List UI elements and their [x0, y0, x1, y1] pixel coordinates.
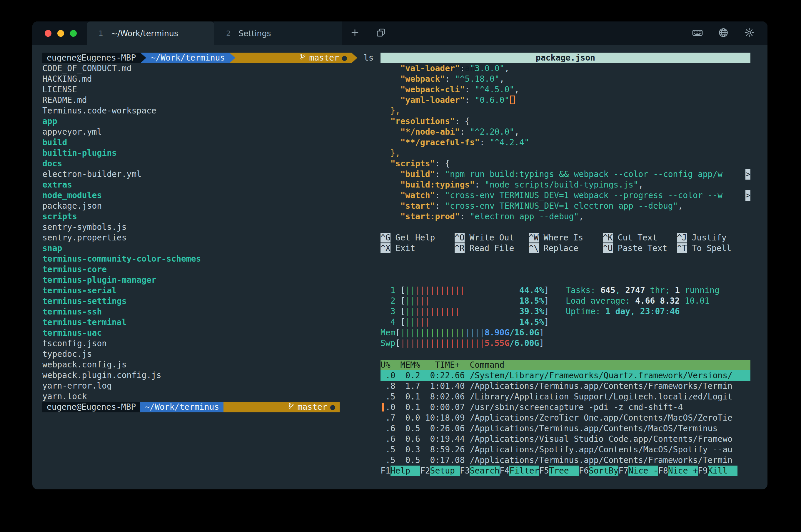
file-entry: terminus-community-color-schemes: [42, 254, 380, 264]
terminal-line: "build": "npm run build:typings && webpa…: [380, 169, 750, 179]
process-row: .6 0.6 0:19.44 /Applications/Visual Stud…: [380, 434, 750, 444]
file-entry: sentry-symbols.js: [42, 222, 380, 232]
prompt-user: eugene@Eugenes-MBP: [42, 402, 140, 412]
nano-shortcut: ^G Get Help: [380, 232, 454, 243]
system-stats: Tasks: 645, 2747 thr; 1 runningLoad aver…: [566, 285, 750, 348]
file-entry: yarn.lock: [42, 391, 380, 402]
gear-icon: [744, 27, 755, 39]
terminal-line: 2 [||||| 18.5%]: [380, 296, 566, 306]
process-row: .8 1.7 1:01.40 /Applications/Terminus.ap…: [380, 381, 750, 392]
right-pane[interactable]: GNU nano 4.5 package.json "val-loader": …: [380, 45, 750, 476]
prompt-git-segment: master●: [223, 402, 339, 412]
fkey-f8: F8Nice +: [658, 466, 698, 476]
shell-prompt: eugene@Eugenes-MBP ~/Work/terminus maste…: [42, 402, 380, 412]
terminal-content: eugene@Eugenes-MBP ~/Work/terminus maste…: [32, 45, 767, 489]
file-entry: LICENSE: [42, 84, 380, 95]
shell-prompt: eugene@Eugenes-MBP ~/Work/terminus maste…: [42, 53, 380, 63]
nano-shortcut: ^J Justify: [677, 232, 751, 243]
tab-index: 2: [226, 29, 231, 38]
traffic-lights: [32, 21, 87, 45]
terminal-line: "yaml-loader": "0.6.0": [380, 95, 750, 106]
terminal-line: "val-loader": "3.0.0",: [380, 63, 750, 74]
terminal-line: },: [380, 148, 750, 158]
file-entry: app: [42, 116, 380, 127]
tab-label: ~/Work/terminus: [111, 29, 178, 38]
nano-shortcut: ^R Read File: [454, 243, 529, 254]
zoom-button[interactable]: [70, 30, 77, 37]
nano-shortcut: ^T To Spell: [677, 243, 751, 254]
globe-icon: [718, 27, 729, 39]
keyboard-shortcuts-button[interactable]: [685, 21, 710, 45]
close-button[interactable]: [45, 30, 52, 37]
language-button[interactable]: [710, 21, 736, 45]
file-entry: build: [42, 137, 380, 148]
nano-shortcuts-row1: ^G Get Help^O Write Out^W Where Is^K Cut…: [380, 232, 750, 243]
process-row: .6 0.5 0:26.06 /Applications/Terminus.ap…: [380, 423, 750, 434]
file-entry: CODE_OF_CONDUCT.md: [42, 63, 380, 74]
tab-label: Settings: [239, 29, 271, 38]
nano-shortcuts-row2: ^X Exit^R Read File^\ Replace^U Paste Te…: [380, 243, 750, 254]
process-row: .7 0.0 10:18.09 /Applications/ZeroTier O…: [380, 413, 750, 423]
terminal-line: "**/graceful-fs": "^4.2.4": [380, 137, 750, 148]
nano-shortcut: ^O Write Out: [454, 232, 529, 243]
terminal-line: 4 [||||| 14.5%]: [380, 317, 566, 327]
fkey-f4: F4Filter: [500, 466, 539, 476]
tab-settings[interactable]: 2 Settings: [215, 21, 342, 45]
terminal-line: },: [380, 106, 750, 116]
fkey-f1: F1Help: [380, 466, 420, 476]
process-row: .5 0.3 8:59.26 /Applications/Spotify.app…: [380, 444, 750, 455]
terminal-line: "resolutions": {: [380, 116, 750, 127]
fkey-f5: F5Tree: [539, 466, 579, 476]
fkey-f2: F2Setup: [420, 466, 460, 476]
branch-name: master: [298, 402, 327, 412]
new-window-button[interactable]: [368, 21, 394, 45]
terminal-line: "webpack-cli": "^4.5.0",: [380, 84, 750, 95]
file-entry: sentry.properties: [42, 232, 380, 243]
nano-pane[interactable]: GNU nano 4.5 package.json "val-loader": …: [380, 53, 750, 254]
terminal-line: "webpack": "^5.18.0",: [380, 74, 750, 84]
file-entry: node_modules: [42, 190, 380, 201]
plus-icon: [350, 27, 360, 39]
prompt-git-segment: master●: [235, 53, 351, 63]
terminal-line: "start:prod": "electron app --debug",: [380, 211, 750, 222]
prompt-path: ~/Work/terminus: [140, 402, 223, 412]
file-entry: webpack.config.js: [42, 359, 380, 370]
file-entry: yarn-error.log: [42, 381, 380, 391]
function-key-bar: F1Help F2Setup F3SearchF4FilterF5Tree F6…: [380, 466, 750, 476]
file-entry: webpack.plugin.config.js: [42, 370, 380, 381]
nano-filename: package.json: [536, 53, 595, 63]
process-row: .0 0.1 0:00.07 /usr/sbin/screencapture -…: [380, 402, 750, 413]
process-table-header: U% MEM% TIME+ Command: [380, 360, 750, 370]
nano-buffer: "val-loader": "3.0.0", "webpack": "^5.18…: [380, 63, 750, 222]
terminal-line: "start": "cross-env TERMINUS_DEV=1 elect…: [380, 201, 750, 211]
htop-pane[interactable]: 1 [|||||||||||| 44.4%] 2 [||||| 18.5%] 3…: [380, 285, 750, 348]
powerline-separator-icon: [140, 53, 146, 63]
file-entry: terminus-uac: [42, 328, 380, 338]
nano-shortcut: ^X Exit: [380, 243, 454, 254]
prompt-path: ~/Work/terminus: [146, 53, 229, 63]
fkey-f6: F6SortBy: [579, 466, 618, 476]
nano-statusline: [380, 222, 750, 232]
dirty-indicator-icon: ●: [342, 53, 347, 63]
nano-shortcut: ^K Cut Text: [603, 232, 677, 243]
cpu-memory-meters: 1 [|||||||||||| 44.4%] 2 [||||| 18.5%] 3…: [380, 285, 566, 348]
process-rows: .0 0.2 0:22.66 /System/Library/Framework…: [380, 370, 750, 466]
settings-button[interactable]: [736, 21, 762, 45]
terminal-line: "build:typings": "node scripts/build-typ…: [380, 179, 750, 190]
terminal-line: Uptime: 1 day, 23:07:46: [566, 306, 750, 317]
nano-shortcut: ^\ Replace: [529, 243, 603, 254]
nano-shortcut: ^U Paste Text: [603, 243, 677, 254]
file-entry: tsconfig.json: [42, 338, 380, 349]
file-entry: README.md: [42, 95, 380, 106]
terminal-line: Tasks: 645, 2747 thr; 1 running: [566, 285, 750, 296]
terminal-line: 1 [|||||||||||| 44.4%]: [380, 285, 566, 296]
shell-pane[interactable]: eugene@Eugenes-MBP ~/Work/terminus maste…: [32, 45, 380, 412]
minimize-button[interactable]: [57, 30, 64, 37]
tab-terminal[interactable]: 1 ~/Work/terminus: [87, 21, 215, 45]
terminal-line: "*/node-abi": "^2.20.0",: [380, 127, 750, 137]
file-entry: terminus-plugin-manager: [42, 275, 380, 285]
terminal-line: "watch": "cross-env TERMINUS_DEV=1 webpa…: [380, 190, 750, 201]
new-tab-button[interactable]: [342, 21, 368, 45]
terminal-line: Mem[|||||||||||||||||8.90G/16.0G]: [380, 327, 566, 338]
terminal-line: 3 [||||||||||| 39.3%]: [380, 306, 566, 317]
